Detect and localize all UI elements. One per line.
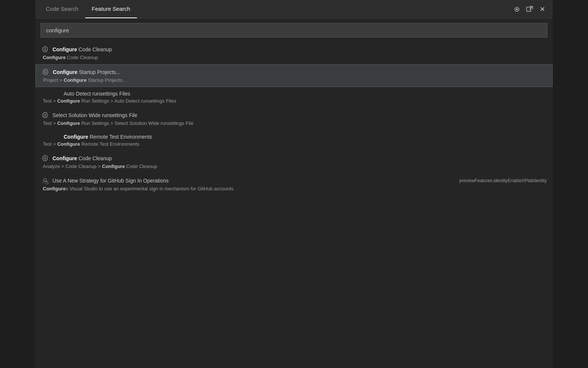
svg-point-4: [44, 49, 46, 51]
result-breadcrumb-3: Test > Configure Run Settings > Auto Det…: [41, 98, 547, 104]
breadcrumb-bold-2: Configure: [64, 77, 86, 83]
breadcrumb-bold-3: Configure: [57, 98, 80, 104]
preview-tag-7: previewFeatures.identityEnableXPlatIdent…: [459, 178, 547, 183]
result-breadcrumb-2: Project > Configure Startup Projects...: [42, 77, 546, 83]
result-title-bold-1: Configure: [52, 46, 77, 52]
result-title-1: Configure Code Cleanup: [52, 46, 112, 52]
gear-icon-6: [41, 155, 49, 162]
breadcrumb-bold-6: Configure: [102, 164, 125, 169]
result-breadcrumb-7: Configures Visual Studio to use an exper…: [41, 186, 547, 191]
search-container: [35, 19, 553, 42]
result-title-bold-5: Configure: [64, 134, 88, 140]
result-breadcrumb-1: Configure Code Cleanup: [41, 55, 547, 60]
result-title-4: Select Solution Wide runsettings File: [52, 112, 137, 118]
gear-icon-1: [41, 46, 49, 53]
result-item-1[interactable]: Configure Code Cleanup Configure Code Cl…: [35, 42, 553, 64]
result-item-7[interactable]: Use A New Strategy for GitHub Sign In Op…: [35, 173, 553, 196]
result-breadcrumb-6: Analyze > Code Cleanup > Configure Code …: [41, 164, 547, 169]
tab-bar: Code Search Feature Search: [35, 0, 553, 19]
gear-icon-2: [42, 68, 49, 76]
result-title-5: Configure Remote Test Environments: [64, 134, 152, 140]
result-item-6[interactable]: Configure Code Cleanup Analyze > Code Cl…: [35, 151, 553, 173]
breadcrumb-bold-4: Configure: [57, 120, 80, 126]
result-item-4[interactable]: Select Solution Wide runsettings File Te…: [35, 108, 553, 130]
tabs-container: Code Search Feature Search: [39, 0, 137, 18]
preview-button[interactable]: [513, 6, 521, 13]
result-title-bold-6: Configure: [52, 155, 77, 161]
breadcrumb-bold-7: Configure: [43, 186, 65, 191]
breadcrumb-bold-5: Configure: [57, 141, 80, 147]
search-input[interactable]: [41, 23, 547, 38]
popout-icon: [526, 6, 533, 13]
tab-code-search-label: Code Search: [46, 6, 79, 12]
tab-code-search[interactable]: Code Search: [39, 0, 85, 18]
result-title-6: Configure Code Cleanup: [52, 155, 112, 161]
svg-rect-2: [527, 7, 531, 11]
preview-icon: [514, 6, 520, 13]
result-item-5[interactable]: Configure Remote Test Environments Test …: [35, 130, 553, 151]
tab-feature-search[interactable]: Feature Search: [85, 0, 137, 18]
results-list: Configure Code Cleanup Configure Code Cl…: [35, 42, 553, 196]
breadcrumb-bold-1: Configure: [43, 55, 65, 60]
github-gear-icon-7: [41, 177, 49, 184]
window-controls: ✕: [513, 0, 549, 18]
svg-point-1: [516, 8, 518, 10]
close-icon: ✕: [540, 6, 545, 13]
result-item-3[interactable]: Auto Detect runsettings Files Test > Con…: [35, 87, 553, 108]
main-window: Code Search Feature Search: [35, 0, 553, 368]
result-title-2: Configure Startup Projects...: [53, 69, 120, 75]
result-title-7: Use A New Strategy for GitHub Sign In Op…: [52, 178, 169, 184]
result-breadcrumb-4: Test > Configure Run Settings > Select S…: [41, 120, 547, 126]
result-item-2[interactable]: Configure Startup Projects... Project > …: [35, 64, 553, 87]
popout-button[interactable]: [526, 6, 533, 13]
tab-feature-search-label: Feature Search: [92, 6, 130, 12]
result-title-3: Auto Detect runsettings Files: [64, 91, 130, 97]
svg-point-6: [44, 114, 46, 116]
result-breadcrumb-5: Test > Configure Remote Test Environment…: [41, 141, 547, 147]
svg-point-7: [44, 158, 46, 159]
close-button[interactable]: ✕: [539, 6, 546, 13]
result-title-bold-2: Configure: [53, 69, 77, 75]
svg-point-5: [45, 71, 47, 73]
gear-icon-4: [41, 112, 49, 119]
